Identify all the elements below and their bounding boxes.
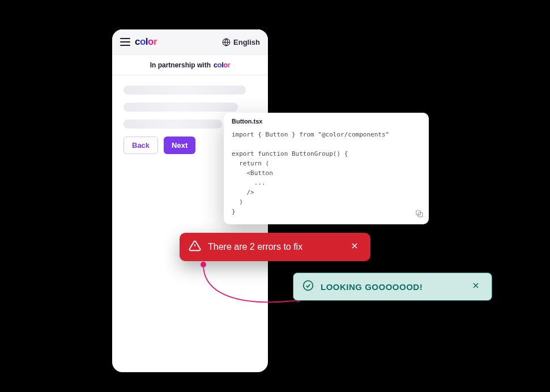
success-message: LOOKING GOOOOOOD! bbox=[321, 282, 469, 292]
error-message: There are 2 errors to fix bbox=[208, 242, 348, 252]
language-selector[interactable]: English bbox=[222, 38, 260, 46]
language-label: English bbox=[233, 38, 260, 46]
partnership-text: In partnership with bbox=[150, 61, 211, 69]
skeleton-line bbox=[123, 103, 238, 112]
color-logo: color bbox=[135, 36, 157, 48]
check-circle-icon bbox=[302, 280, 314, 293]
error-toast: There are 2 errors to fix bbox=[180, 233, 370, 261]
code-filename: Button.tsx bbox=[224, 113, 429, 126]
app-header: color English bbox=[112, 29, 268, 54]
partnership-banner: In partnership with color bbox=[112, 54, 268, 75]
success-toast: LOOKING GOOOOOOD! bbox=[293, 272, 492, 301]
skeleton-line bbox=[123, 120, 222, 129]
code-body: import { Button } from "@color/component… bbox=[224, 126, 429, 224]
close-icon[interactable] bbox=[469, 279, 483, 295]
menu-icon[interactable] bbox=[120, 38, 130, 46]
color-logo-small: color bbox=[214, 61, 230, 69]
arrow-origin-dot bbox=[201, 262, 206, 267]
skeleton-line bbox=[123, 86, 246, 95]
svg-point-8 bbox=[304, 281, 313, 291]
header-left: color bbox=[120, 36, 157, 48]
copy-icon[interactable] bbox=[415, 210, 423, 220]
back-button[interactable]: Back bbox=[123, 137, 158, 154]
globe-icon bbox=[222, 38, 231, 46]
code-snippet-card: Button.tsx import { Button } from "@colo… bbox=[224, 113, 429, 224]
next-button[interactable]: Next bbox=[164, 137, 195, 154]
warning-icon bbox=[189, 240, 201, 254]
close-icon[interactable] bbox=[348, 239, 361, 255]
